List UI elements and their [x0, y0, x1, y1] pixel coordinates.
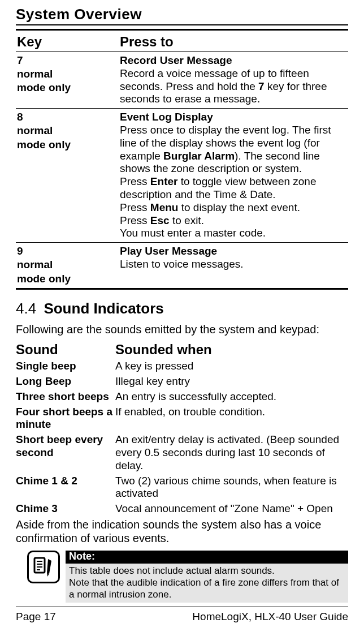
sound-table-header-when: Sounded when	[115, 342, 348, 359]
section-title: Sound Indicators	[44, 300, 163, 317]
sound-cell: Four short beeps a minute	[16, 405, 115, 433]
key-cell: 9normalmode only	[16, 243, 119, 289]
sounded-when-cell: An exit/entry delay is activated. (Beep …	[115, 432, 348, 473]
sound-cell: Short beep every second	[16, 432, 115, 473]
note-header: Note:	[66, 551, 348, 564]
section-intro: Following are the sounds emitted by the …	[16, 323, 348, 336]
section-heading: 4.4 Sound Indicators	[16, 300, 348, 317]
sounded-when-cell: Illegal key entry	[115, 374, 348, 389]
table-row: 7normalmode onlyRecord User MessageRecor…	[16, 51, 348, 108]
note-icon	[27, 551, 60, 583]
table-row: 9normalmode onlyPlay User MessageListen …	[16, 243, 348, 289]
sound-table-header-sound: Sound	[16, 342, 115, 359]
svg-marker-5	[47, 559, 51, 574]
table-row: Short beep every secondAn exit/entry del…	[16, 432, 348, 473]
table-row: 8normalmode onlyEvent Log DisplayPress o…	[16, 109, 348, 243]
svg-rect-0	[34, 558, 45, 573]
sounded-when-cell: Two (2) various chime sounds, when featu…	[115, 474, 348, 502]
sound-indicators-table: Sound Sounded when Single beepA key is p…	[16, 342, 348, 517]
table-row: Chime 3Vocal announcement of "Zone Name"…	[16, 501, 348, 517]
key-cell: 8normalmode only	[16, 109, 119, 243]
table-row: Three short beepsAn entry is successfull…	[16, 389, 348, 405]
sound-cell: Long Beep	[16, 374, 115, 389]
key-press-table: Key Press to 7normalmode onlyRecord User…	[16, 29, 348, 290]
sounded-when-cell: An entry is successfully accepted.	[115, 389, 348, 405]
sounded-when-cell: A key is pressed	[115, 359, 348, 374]
sounded-when-cell: Vocal announcement of "Zone Name" + Open	[115, 501, 348, 517]
sound-cell: Chime 3	[16, 501, 115, 517]
sound-cell: Single beep	[16, 359, 115, 374]
page-header: System Overview	[16, 6, 348, 23]
note-block: Note: This table does not include actual…	[27, 551, 348, 603]
table-row: Single beepA key is pressed	[16, 359, 348, 374]
page-footer: Page 17 HomeLogiX, HLX-40 User Guide	[16, 607, 348, 624]
section-number: 4.4	[16, 300, 36, 317]
aside-paragraph: Aside from the indication sounds the sys…	[16, 518, 348, 545]
press-to-cell: Record User MessageRecord a voice messag…	[119, 51, 348, 108]
sound-cell: Three short beeps	[16, 389, 115, 405]
table-row: Four short beeps a minuteIf enabled, on …	[16, 405, 348, 433]
press-to-cell: Play User MessageListen to voice message…	[119, 243, 348, 289]
sounded-when-cell: If enabled, on trouble condition.	[115, 405, 348, 433]
key-table-header-key: Key	[16, 30, 119, 52]
note-body: This table does not include actual alarm…	[66, 564, 348, 603]
table-row: Chime 1 & 2Two (2) various chime sounds,…	[16, 474, 348, 502]
key-cell: 7normalmode only	[16, 51, 119, 108]
table-row: Long BeepIllegal key entry	[16, 374, 348, 389]
footer-guide-title: HomeLogiX, HLX-40 User Guide	[192, 611, 348, 624]
header-rule	[16, 24, 348, 25]
footer-page-number: Page 17	[16, 611, 56, 624]
key-table-header-press: Press to	[119, 30, 348, 52]
sound-cell: Chime 1 & 2	[16, 474, 115, 502]
press-to-cell: Event Log DisplayPress once to display t…	[119, 109, 348, 243]
